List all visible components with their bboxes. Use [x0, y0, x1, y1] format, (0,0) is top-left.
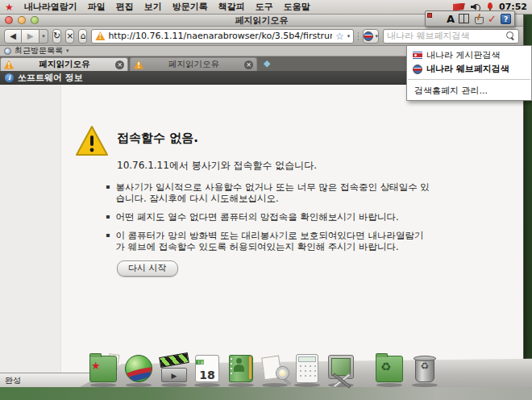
- tab-close-icon[interactable]: ✕: [115, 60, 124, 69]
- error-subtitle: 10.76.1.11에서 봉사기와 접속할수 없습니다.: [117, 159, 317, 173]
- warning-favicon: !: [95, 31, 105, 40]
- tab-1[interactable]: ! 페지읽기오유 ✕: [0, 57, 128, 71]
- person-icon: [233, 358, 244, 373]
- bullet-icon: ▪: [106, 230, 110, 252]
- notification-text: 쏘프트웨어 정보: [18, 72, 83, 84]
- recycle-icon: ♻: [409, 360, 440, 372]
- page-content: 접속할수 없음. 10.76.1.11에서 봉사기와 접속할수 없습니다. ▪ …: [0, 85, 523, 373]
- calendar-day: 18: [196, 366, 218, 382]
- columns-icon[interactable]: [459, 14, 469, 23]
- menu-item-view[interactable]: 보기: [144, 1, 162, 13]
- error-hint-item: ▪ 봉사기가 일시적으로 사용할수 없거나 또는 너무 많은 접속중인 상태일수…: [106, 181, 430, 204]
- tab-close-icon[interactable]: ✕: [244, 60, 253, 69]
- engine-label: 내나라 게시판검색: [426, 49, 501, 61]
- magnifier-icon: [276, 367, 289, 379]
- recent-visits-icon: [4, 48, 11, 55]
- info-icon: i: [5, 73, 14, 82]
- new-tab-icon[interactable]: ◆: [264, 58, 270, 69]
- menu-item-naenara[interactable]: 내나라열람기: [24, 1, 77, 13]
- red-star-icon: ★: [91, 360, 101, 372]
- menu-item-history[interactable]: 방문기록: [172, 1, 208, 13]
- error-hint-text: 이 콤퓨터가 망의 방화벽 또는 대리봉사기로 보호되여있다면 내나라열람기가 …: [115, 230, 430, 252]
- dock: ★ ▶ 1월 18: [0, 347, 532, 400]
- flag-icon[interactable]: [453, 3, 465, 11]
- stationery-icon[interactable]: [473, 14, 484, 24]
- url-dropdown-icon[interactable]: ▾: [347, 33, 351, 40]
- toolbar-grip: [358, 32, 359, 40]
- calendar-header: 1월: [196, 360, 204, 365]
- search-bar[interactable]: [383, 29, 519, 44]
- tab-title: 페지읽기오유: [147, 59, 241, 70]
- navigation-toolbar: ◀ ▶ ▾ ↻ × ⌂ ! ☆ ▾ ▾: [0, 27, 523, 46]
- dock-shelf-front: [0, 387, 532, 400]
- menu-item-edit[interactable]: 편집: [116, 1, 134, 13]
- manage-search-engines-item[interactable]: 검색홈페지 관리...: [407, 83, 531, 98]
- speaker-icon[interactable]: [471, 3, 481, 11]
- forward-icon: ▶: [27, 31, 34, 40]
- error-hint-text: 어떤 페지도 열수 없다면 콤퓨터의 망접속을 확인해보시기 바랍니다.: [115, 211, 398, 223]
- retry-button[interactable]: 다시 시작: [117, 260, 178, 277]
- tab-warning-icon: !: [134, 60, 143, 69]
- home-button[interactable]: ⌂: [78, 29, 87, 44]
- tab-title: 페지읽기오유: [17, 59, 112, 70]
- desktop: ★ 내나라열람기 파일 편집 보기 방문기록 책갈피 도구 도움말 07:52 …: [0, 0, 532, 400]
- engine-dropdown-icon: ▾: [375, 33, 378, 40]
- stop-button[interactable]: ×: [65, 29, 74, 44]
- engine-webpage-search-item[interactable]: 내나라 웨브페지검색: [407, 62, 531, 76]
- tab-2[interactable]: ! 페지읽기오유 ✕: [130, 57, 257, 71]
- warning-triangle-icon: [75, 125, 109, 157]
- forward-button[interactable]: ▶: [22, 29, 39, 44]
- dock-calendar-icon[interactable]: 1월 18: [192, 353, 222, 384]
- dock-address-book-icon[interactable]: [226, 353, 256, 384]
- error-title: 접속할수 없음.: [117, 131, 198, 146]
- dock-web-browser-icon[interactable]: [123, 353, 154, 384]
- kp-flag-icon: [413, 52, 422, 59]
- tab-warning-icon: !: [4, 60, 14, 69]
- url-bar[interactable]: ! ☆ ▾: [91, 29, 354, 44]
- palette-close-button[interactable]: [427, 13, 432, 18]
- menu-item-tools[interactable]: 도구: [256, 1, 273, 13]
- text-tool-icon[interactable]: A: [447, 13, 455, 25]
- back-icon: ◀: [10, 31, 16, 40]
- dock-media-player-icon[interactable]: ▶: [159, 353, 189, 384]
- back-button[interactable]: ◀: [4, 29, 22, 44]
- spellcheck-icon[interactable]: ✓: [488, 13, 497, 25]
- bullet-icon: ▪: [106, 211, 110, 223]
- content-margin: [0, 85, 61, 373]
- dock-calculator-icon[interactable]: [292, 353, 322, 384]
- error-hint-item: ▪ 어떤 페지도 열수 없다면 콤퓨터의 망접속을 확인해보시기 바랍니다.: [106, 211, 430, 223]
- url-input[interactable]: [108, 31, 332, 41]
- error-hints: ▪ 봉사기가 일시적으로 사용할수 없거나 또는 너무 많은 접속중인 상태일수…: [106, 181, 430, 260]
- search-engine-menu: 내나라 게시판검색 내나라 웨브페지검색 검색홈페지 관리...: [406, 45, 532, 101]
- dock-system-settings-icon[interactable]: [326, 353, 356, 384]
- recycle-icon: ♻: [380, 360, 391, 374]
- menu-item-help[interactable]: 도움말: [284, 1, 310, 13]
- reload-button[interactable]: ↻: [52, 29, 61, 44]
- globe-icon: [364, 31, 373, 41]
- engine-label: 내나라 웨브페지검색: [426, 63, 509, 75]
- dock-file-search-icon[interactable]: [260, 353, 290, 384]
- tool-palette[interactable]: A ✓ ?: [425, 10, 515, 27]
- menu-separator: [408, 79, 530, 80]
- recent-visits-dropdown-icon[interactable]: ▾: [66, 48, 69, 54]
- bookmark-star-icon[interactable]: ☆: [335, 31, 344, 41]
- dock-file-manager-icon[interactable]: ★: [88, 353, 118, 384]
- search-engine-button[interactable]: ▾: [363, 29, 379, 44]
- menu-item-bookmarks[interactable]: 책갈피: [218, 1, 245, 13]
- search-input[interactable]: [387, 31, 504, 41]
- recent-visits-item[interactable]: 최근방문목록: [15, 45, 63, 56]
- error-hint-text: 봉사기가 일시적으로 사용할수 없거나 또는 너무 많은 접속중인 상태일수 있…: [115, 181, 430, 204]
- engine-board-search-item[interactable]: 내나라 게시판검색: [407, 48, 531, 62]
- dock-trash-icon[interactable]: ♻: [409, 353, 440, 384]
- red-star-icon[interactable]: ★: [5, 2, 14, 12]
- bullet-icon: ▪: [106, 181, 110, 204]
- dock-document-shredder-icon[interactable]: ♻: [374, 353, 405, 384]
- menu-item-file[interactable]: 파일: [88, 1, 106, 13]
- history-dropdown-button[interactable]: ▾: [39, 29, 48, 44]
- help-icon[interactable]: ?: [501, 14, 511, 24]
- globe-icon: [413, 65, 422, 74]
- search-icon[interactable]: [506, 31, 515, 40]
- error-hint-item: ▪ 이 콤퓨터가 망의 방화벽 또는 대리봉사기로 보호되여있다면 내나라열람기…: [106, 230, 430, 252]
